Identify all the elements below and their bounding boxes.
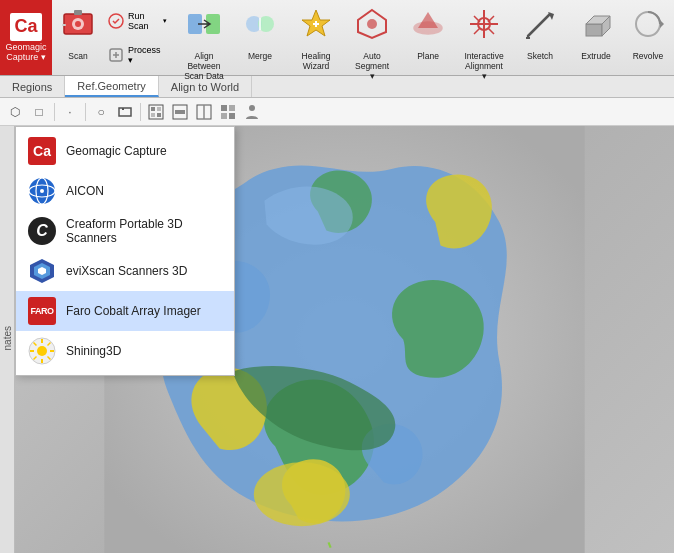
toolbar-sep3 (140, 103, 141, 121)
scan-icon (60, 6, 96, 49)
toolbar-grid[interactable] (217, 101, 239, 123)
toolbar-rect1[interactable] (114, 101, 136, 123)
merge-button[interactable]: Merge (234, 0, 286, 75)
left-panel: nates (0, 126, 15, 553)
toolbar-sep1 (54, 103, 55, 121)
toolbar-person[interactable] (241, 101, 263, 123)
interactive-alignment-label: InteractiveAlignment ▾ (464, 51, 504, 81)
svg-point-46 (40, 189, 44, 193)
auto-segment-icon (354, 6, 390, 49)
svg-rect-38 (229, 113, 235, 119)
aicon-icon (28, 177, 56, 205)
plane-icon (410, 6, 446, 49)
svg-rect-37 (221, 113, 227, 119)
align-between-button[interactable]: Align BetweenScan Data (178, 0, 230, 75)
app-label: GeomagicCapture ▾ (5, 43, 46, 63)
evixscan-label: eviXscan Scanners 3D (66, 264, 187, 278)
revolve-label: Revolve (633, 51, 664, 61)
geomagic-capture-label: Geomagic Capture (66, 144, 167, 158)
run-scan-process: Run Scan ▾ Process ▾ (104, 0, 174, 76)
revolve-icon (630, 6, 666, 49)
process-button[interactable]: Process ▾ (104, 44, 170, 66)
menu-item-faro[interactable]: FARO Faro Cobalt Array Imager (16, 291, 234, 331)
extrude-icon (578, 6, 614, 49)
geomagic-capture-icon: Ca (28, 137, 56, 165)
toolbar-square[interactable]: □ (28, 101, 50, 123)
svg-rect-35 (221, 105, 227, 111)
svg-point-51 (37, 346, 47, 356)
toolbar-side[interactable] (193, 101, 215, 123)
auto-segment-button[interactable]: AutoSegment ▾ (346, 0, 398, 75)
svg-rect-36 (229, 105, 235, 111)
svg-rect-30 (157, 113, 161, 117)
svg-rect-19 (586, 24, 602, 36)
main-area: nates (0, 126, 674, 553)
healing-label: HealingWizard (302, 51, 331, 71)
menu-item-geomagic[interactable]: Ca Geomagic Capture (16, 131, 234, 171)
menu-item-creaform[interactable]: C Creaform Portable 3D Scanners (16, 211, 234, 251)
app-button[interactable]: Ca GeomagicCapture ▾ (0, 0, 52, 75)
sketch-button[interactable]: Sketch (514, 0, 566, 75)
coordinates-label: nates (2, 326, 13, 350)
shining3d-label: Shining3D (66, 344, 121, 358)
toolbar-circle[interactable]: ○ (90, 101, 112, 123)
menu-item-aicon[interactable]: AICON (16, 171, 234, 211)
creaform-icon: C (28, 217, 56, 245)
revolve-button[interactable]: Revolve (622, 0, 674, 76)
evixscan-icon (28, 257, 56, 285)
viewport[interactable]: Ca Geomagic Capture AICON (15, 126, 674, 553)
svg-rect-25 (122, 108, 124, 110)
svg-point-41 (254, 462, 350, 526)
toolbar-front[interactable] (169, 101, 191, 123)
sketch-label: Sketch (527, 51, 553, 61)
faro-icon: FARO (28, 297, 56, 325)
toolbar-dot[interactable]: · (59, 101, 81, 123)
merge-icon (242, 6, 278, 49)
extrude-label: Extrude (581, 51, 610, 61)
scan-button[interactable]: Scan (52, 0, 104, 76)
healing-wizard-button[interactable]: HealingWizard (290, 0, 342, 75)
plane-label: Plane (417, 51, 439, 61)
healing-icon (298, 6, 334, 49)
svg-rect-29 (151, 113, 155, 117)
svg-rect-27 (151, 107, 155, 111)
tab-regions[interactable]: Regions (0, 76, 65, 97)
ribbon: Ca GeomagicCapture ▾ Scan (0, 0, 674, 76)
interactive-alignment-icon (466, 6, 502, 49)
toolbar-hexagon[interactable]: ⬡ (4, 101, 26, 123)
menu-item-shining3d[interactable]: Shining3D (16, 331, 234, 371)
svg-rect-24 (119, 108, 131, 116)
shining3d-icon (28, 337, 56, 365)
tab-ref-geometry[interactable]: Ref.Geometry (65, 76, 158, 97)
menu-item-evixscan[interactable]: eviXscan Scanners 3D (16, 251, 234, 291)
svg-rect-28 (157, 107, 161, 111)
svg-rect-4 (62, 24, 66, 26)
svg-point-39 (249, 105, 255, 111)
faro-label: Faro Cobalt Array Imager (66, 304, 201, 318)
svg-point-2 (75, 21, 81, 27)
align-icon (186, 6, 222, 49)
process-icon (107, 12, 125, 30)
interactive-alignment-button[interactable]: InteractiveAlignment ▾ (458, 0, 510, 75)
toolbar-back[interactable] (145, 101, 167, 123)
app-icon: Ca (10, 13, 42, 41)
ribbon-section-scan: Scan Run Scan ▾ (52, 0, 174, 76)
dropdown-menu: Ca Geomagic Capture AICON (15, 126, 235, 376)
auto-segment-label: AutoSegment ▾ (352, 51, 392, 81)
run-scan-process-button[interactable]: Run Scan ▾ (104, 10, 170, 32)
run-scan-process-label: Run Scan (128, 11, 159, 31)
plane-button[interactable]: Plane (402, 0, 454, 75)
svg-marker-23 (660, 20, 664, 28)
extrude-button[interactable]: Extrude (570, 0, 622, 76)
scan-label: Scan (68, 51, 87, 61)
svg-rect-32 (175, 110, 185, 114)
svg-rect-3 (74, 10, 82, 15)
merge-label: Merge (248, 51, 272, 61)
svg-point-12 (367, 19, 377, 29)
toolbar: ⬡ □ · ○ (0, 98, 674, 126)
process2-icon (107, 46, 125, 64)
extrude-revolve-section: Extrude Revolve (570, 0, 674, 76)
svg-marker-14 (418, 12, 438, 28)
process-label: Process ▾ (128, 45, 167, 65)
aicon-label: AICON (66, 184, 104, 198)
